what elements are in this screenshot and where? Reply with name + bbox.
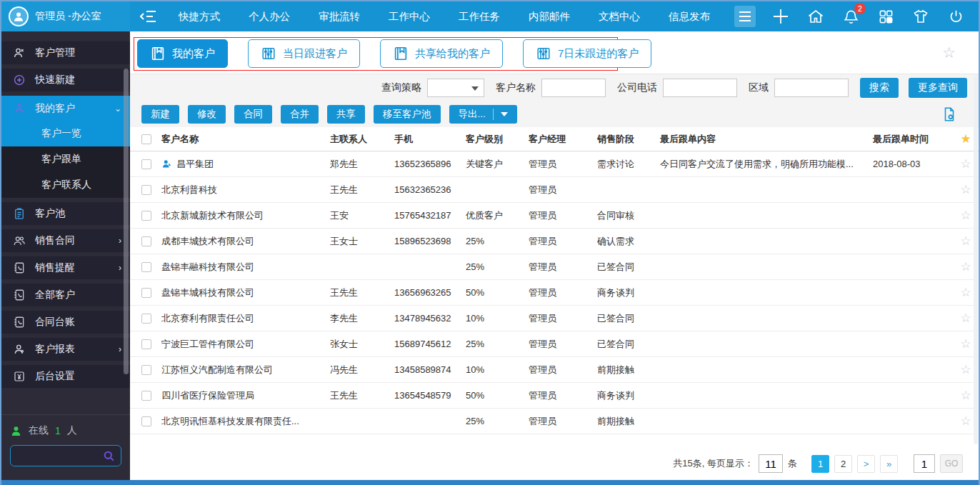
customer-name[interactable]: 成都丰城技术有限公司 [161, 235, 254, 248]
customer-name[interactable]: 四川省医疗保险管理局 [161, 389, 254, 402]
strategy-select[interactable] [427, 79, 484, 97]
page-1-button[interactable]: 1 [811, 455, 829, 473]
nav-item-document-center[interactable]: 文档中心 [584, 1, 654, 31]
favorite-star-icon[interactable]: ☆ [960, 157, 971, 171]
table-row[interactable]: 盘锦丰城科技有限公司 王先生 13656963265 50% 管理员 商务谈判 … [130, 280, 979, 306]
nav-item-internal-mail[interactable]: 内部邮件 [514, 1, 584, 31]
nav-item-work-tasks[interactable]: 工作任务 [444, 1, 514, 31]
nav-item-personal-office[interactable]: 个人办公 [234, 1, 304, 31]
favorite-star-icon[interactable]: ☆ [960, 286, 971, 299]
sidebar-item-customer-reports[interactable]: 客户报表 › [1, 338, 130, 361]
customer-name[interactable]: 盘锦丰城科技有限公司 [161, 286, 254, 299]
row-checkbox[interactable] [141, 236, 151, 246]
header-mobile[interactable]: 手机 [394, 133, 466, 146]
jump-page-input[interactable] [914, 454, 935, 473]
row-checkbox[interactable] [141, 416, 151, 426]
table-row[interactable]: 北京明讯恒基科技发展有限责任... 25% 管理员 前期接触 ☆ [130, 409, 979, 434]
sidebar-subitem-customer-contacts[interactable]: 客户联系人 [1, 172, 130, 198]
customer-name[interactable]: 北京赛利有限责任公司 [161, 312, 254, 325]
last-page-button[interactable]: » [880, 455, 898, 473]
home-icon[interactable] [807, 8, 824, 25]
favorite-star-icon[interactable]: ☆ [960, 260, 971, 274]
table-row[interactable]: 昌平集团 郑先生 13652365896 关键客户 管理员 需求讨论 今日同客户… [130, 151, 979, 177]
sidebar-item-sales-reminders[interactable]: 销售提醒 › [1, 256, 130, 279]
table-row[interactable]: 江苏恒义汽配制造有限公司 冯先生 13458589874 10% 管理员 前期接… [130, 357, 979, 383]
column-settings-icon[interactable] [941, 106, 957, 122]
row-checkbox[interactable] [141, 159, 151, 169]
header-main-contact[interactable]: 主联系人 [330, 133, 394, 146]
sidebar-item-quick-create[interactable]: 快速新建 [1, 69, 130, 91]
tab-7day-no-follow-customers[interactable]: 7日未跟进的客户 [523, 39, 651, 68]
nav-item-shortcuts[interactable]: 快捷方式 [164, 1, 234, 31]
region-input[interactable] [774, 79, 849, 97]
header-last-follow-content[interactable]: 最后跟单内容 [660, 133, 873, 146]
star-filled-icon[interactable]: ★ [960, 132, 971, 146]
sidebar-item-customer-management[interactable]: 客户管理 [1, 41, 130, 64]
row-checkbox[interactable] [141, 185, 151, 195]
favorite-star-icon[interactable]: ☆ [960, 389, 971, 402]
customer-name[interactable]: 北京明讯恒基科技发展有限责任... [161, 415, 299, 428]
favorite-star-icon[interactable]: ☆ [960, 363, 971, 376]
sidebar-scrollbar[interactable] [124, 69, 129, 374]
notifications-bell-icon[interactable]: 2 [842, 8, 859, 25]
favorite-star-icon[interactable]: ☆ [960, 311, 971, 325]
sidebar-item-contract-ledger[interactable]: 合同台账 [1, 311, 130, 334]
tab-my-customers[interactable]: 我的客户 [137, 39, 228, 68]
header-sales-stage[interactable]: 销售阶段 [597, 133, 660, 146]
tab-shared-customers[interactable]: 共享给我的客户 [380, 39, 503, 68]
go-button[interactable]: GO [940, 454, 963, 473]
row-checkbox[interactable] [141, 211, 151, 221]
header-customer-manager[interactable]: 客户经理 [529, 133, 597, 146]
customer-name[interactable]: 宁波巨工管件有限公司 [161, 338, 254, 351]
search-icon[interactable] [102, 449, 116, 463]
favorite-star-icon[interactable]: ☆ [960, 414, 971, 428]
add-icon[interactable] [772, 8, 789, 25]
sidebar-item-customer-pool[interactable]: 客户池 [1, 202, 130, 225]
customer-name[interactable]: 北京利普科技 [161, 184, 217, 196]
page-2-button[interactable]: 2 [834, 455, 852, 473]
row-checkbox[interactable] [141, 365, 151, 375]
table-row[interactable]: 北京新城新技术有限公司 王安 15765432187 优质客户 管理员 合同审核… [130, 203, 979, 229]
contract-button[interactable]: 合同 [234, 105, 272, 124]
header-customer-level[interactable]: 客户级别 [466, 133, 529, 146]
favorite-star-icon[interactable]: ☆ [960, 234, 971, 248]
table-row[interactable]: 盘锦丰融科技有限公司 25% 管理员 已签合同 ☆ [130, 254, 979, 280]
favorite-star-icon[interactable]: ☆ [960, 183, 971, 196]
sidebar-item-backend-settings[interactable]: 后台设置 [1, 365, 130, 388]
sidebar-item-sales-contracts[interactable]: 销售合同 › [1, 229, 130, 252]
new-button[interactable]: 新建 [141, 105, 179, 124]
apps-grid-icon[interactable] [877, 8, 894, 25]
table-row[interactable]: 成都丰城技术有限公司 王女士 15896523698 25% 管理员 确认需求 … [130, 229, 979, 254]
per-page-input[interactable] [759, 454, 783, 473]
content-scrollbar[interactable] [974, 76, 978, 444]
row-checkbox[interactable] [141, 288, 151, 298]
search-button[interactable]: 搜索 [860, 78, 899, 98]
select-all-checkbox[interactable] [141, 134, 151, 144]
customer-name[interactable]: 北京新城新技术有限公司 [161, 209, 264, 222]
row-checkbox[interactable] [141, 391, 151, 401]
sidebar-subitem-customer-list[interactable]: 客户一览 [1, 121, 130, 146]
header-last-follow-time[interactable]: 最后跟单时间 [873, 133, 953, 146]
nav-item-approval-flow[interactable]: 审批流转 [304, 1, 374, 31]
customer-name[interactable]: 昌平集团 [176, 158, 214, 171]
export-button[interactable]: 导出... [449, 105, 517, 124]
row-checkbox[interactable] [141, 314, 151, 324]
row-checkbox[interactable] [141, 262, 151, 272]
more-search-button[interactable]: 更多查询 [909, 78, 967, 98]
favorite-star-icon[interactable]: ☆ [960, 209, 971, 222]
row-checkbox[interactable] [141, 339, 151, 349]
table-row[interactable]: 四川省医疗保险管理局 王先生 13654548579 50% 管理员 商务谈判 … [130, 383, 979, 409]
nav-item-work-center[interactable]: 工作中心 [374, 1, 444, 31]
more-menu-icon[interactable] [734, 6, 756, 27]
move-to-pool-button[interactable]: 移至客户池 [374, 105, 441, 124]
sidebar-item-all-customers[interactable]: 全部客户 [1, 284, 130, 306]
user-area[interactable]: 管理员 -办公室 [1, 1, 130, 31]
favorite-page-star-icon[interactable]: ☆ [942, 44, 956, 61]
tab-today-follow-customers[interactable]: 当日跟进客户 [248, 39, 360, 68]
table-row[interactable]: 北京利普科技 王先生 15632365236 管理员 ☆ [130, 177, 979, 203]
next-page-button[interactable]: > [857, 455, 875, 473]
table-row[interactable]: 宁波巨工管件有限公司 张女士 15689745612 25% 管理员 已签合同 … [130, 331, 979, 357]
customer-name[interactable]: 盘锦丰融科技有限公司 [161, 261, 254, 274]
collapse-sidebar-icon[interactable] [140, 9, 157, 24]
power-logout-icon[interactable] [947, 8, 964, 25]
